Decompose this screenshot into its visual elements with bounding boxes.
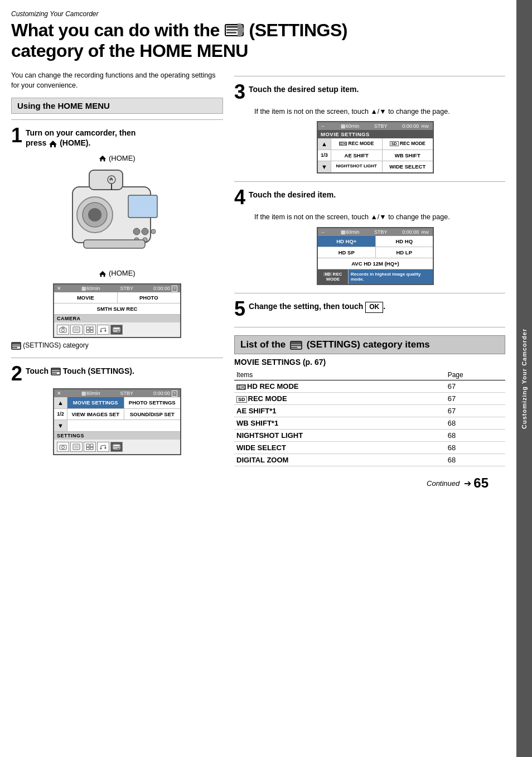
svg-rect-29	[114, 328, 119, 329]
divider-r1	[234, 76, 505, 76]
page-title: What you can do with the (SETTINGS) cate…	[11, 20, 505, 61]
step4-tooltip: Records in highest image quality mode.	[349, 269, 433, 284]
settings-icon-title	[224, 22, 244, 38]
step-2: 2 Touch Touch (SETTINGS).	[11, 364, 223, 455]
step2-movie-settings: MOVIE SETTINGS	[67, 397, 124, 408]
settings-icon-step2	[51, 368, 61, 375]
camcorder-diagram: (HOME)	[11, 154, 223, 278]
step-5-title: Change the setting, then touch OK.	[249, 299, 385, 313]
step2-topbar: ✕ ▩60min STBY 0:00:00 ?	[54, 389, 180, 397]
svg-rect-39	[52, 373, 57, 374]
step2-nav-up: ▲	[54, 397, 67, 408]
home-icon-bottom	[99, 270, 107, 278]
item-name-cell: WB SHIFT*1	[234, 417, 446, 430]
step2-photo-settings: PHOTO SETTINGS	[124, 397, 181, 408]
svg-point-26	[100, 330, 102, 332]
step2-settings-label: SETTINGS	[54, 432, 180, 440]
svg-rect-44	[86, 444, 89, 447]
svg-rect-21	[74, 328, 79, 331]
step3-page: 1/3	[318, 150, 331, 161]
step1-screen: ✕ ▩60min STBY 0:00:00 ? MOVIE PHOTO SMTH…	[53, 283, 181, 338]
step-1: 1 Turn on your camcorder, thenpress (HOM…	[11, 126, 223, 349]
col-page-header: Page	[446, 370, 505, 380]
step2-row-nav-bottom: ▼	[54, 420, 180, 432]
svg-rect-35	[12, 347, 17, 348]
movie-btn: MOVIE	[54, 292, 118, 303]
page-number: 65	[473, 475, 489, 491]
continued-text: Continued	[427, 479, 460, 488]
table-row: HDHD REC MODE67	[234, 380, 505, 393]
svg-rect-31	[114, 331, 117, 331]
svg-point-19	[62, 329, 65, 331]
svg-rect-55	[291, 342, 301, 344]
svg-point-7	[88, 208, 101, 221]
icon-screen	[72, 326, 80, 333]
svg-rect-51	[114, 445, 119, 446]
step4-rec-mode-badge: HDREC MODE	[318, 269, 349, 284]
divider-r2	[234, 181, 505, 182]
list-section-box: List of the (SETTINGS) category items	[234, 335, 505, 354]
svg-point-11	[133, 228, 140, 235]
settings-icon-sm	[113, 326, 120, 333]
page-num-cell: 67	[446, 393, 505, 405]
step4-avc: AVC HD 12M (HQ+)	[318, 258, 433, 269]
svg-rect-33	[12, 343, 20, 345]
icon-camera	[59, 326, 67, 333]
svg-rect-43	[74, 445, 79, 449]
step4-hd-lp: HD LP	[376, 247, 433, 258]
subtitle: Customizing Your Camcorder	[11, 10, 505, 18]
s2-settings-icon	[113, 443, 120, 450]
arrow-right-icon: ➔	[464, 478, 471, 489]
svg-rect-3	[226, 32, 236, 33]
icon-5-settings	[110, 325, 123, 335]
item-name-cell: SDREC MODE	[234, 393, 446, 405]
step1-camera-label: CAMERA	[54, 315, 180, 322]
item-name-cell: DIGITAL ZOOM	[234, 454, 446, 466]
step-3: 3 Touch the desired setup item. If the i…	[234, 82, 505, 174]
step2-screen: ✕ ▩60min STBY 0:00:00 ? ▲ MOVIE SETTINGS…	[53, 388, 181, 455]
divider-r4	[234, 327, 505, 327]
s2-icon-camera	[59, 443, 67, 450]
ok-box: OK	[365, 302, 383, 313]
svg-rect-23	[90, 327, 93, 330]
step-1-number: 1	[11, 126, 22, 146]
photo-btn: PHOTO	[118, 292, 181, 303]
using-home-menu-section: Using the HOME MENU	[11, 98, 223, 114]
step-4: 4 Touch the desired item. If the item is…	[234, 187, 505, 285]
step3-row-1: ▲ HD REC MODE SD REC MODE	[318, 138, 433, 150]
svg-point-27	[105, 330, 107, 331]
col-items-header: Items	[234, 370, 446, 380]
table-row: NIGHTSHOT LIGHT68	[234, 430, 505, 442]
svg-rect-22	[86, 327, 89, 330]
step3-row-3: ▼ NIGHTSHOT LIGHT WIDE SELECT	[318, 161, 433, 172]
settings-icon-category	[11, 342, 21, 350]
step1-screen-topbar: ✕ ▩60min STBY 0:00:00 ?	[54, 285, 180, 292]
page-num-cell: 68	[446, 454, 505, 466]
step-2-title: Touch Touch (SETTINGS).	[26, 364, 134, 376]
page-num-cell: 68	[446, 430, 505, 442]
step4-row-badge: HDREC MODE Records in highest image qual…	[318, 269, 433, 284]
step4-row-2: HD SP HD LP	[318, 247, 433, 258]
table-row: WB SHIFT*168	[234, 417, 505, 430]
step3-screen: ← ▩60min STBY 0:00:00 RW MOVIE SETTINGS …	[317, 121, 434, 173]
icon-3	[84, 325, 96, 335]
smth-slw-rec-btn: SMTH SLW REC	[54, 303, 180, 314]
icon-music	[99, 326, 107, 333]
left-column: You can change the recording functions a…	[11, 70, 223, 746]
step4-hd-sp: HD SP	[318, 247, 376, 258]
s2-icon-1	[57, 442, 69, 452]
s2-icon-3	[86, 443, 94, 450]
s2-icon-4	[97, 442, 109, 452]
step1-icons-row	[54, 322, 180, 337]
svg-point-48	[100, 447, 102, 449]
step3-topbar: ← ▩60min STBY 0:00:00 RW	[318, 122, 433, 130]
step3-sd-rec: SD REC MODE	[383, 138, 433, 150]
table-row: AE SHIFT*167	[234, 405, 505, 417]
step2-empty	[67, 420, 180, 431]
step-4-title: Touch the desired item.	[249, 187, 336, 200]
divider-2	[11, 358, 223, 358]
s2-icon-5	[110, 442, 123, 452]
svg-rect-34	[12, 345, 20, 346]
home-icon-step1	[49, 139, 57, 148]
step-3-title: Touch the desired setup item.	[249, 82, 359, 94]
